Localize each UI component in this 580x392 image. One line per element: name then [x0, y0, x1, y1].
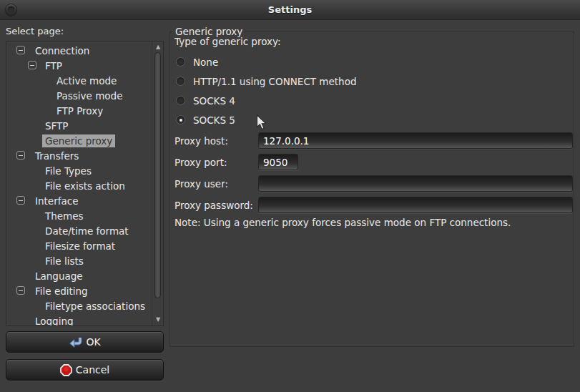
tree-item-date-time-format[interactable]: Date/time format — [6, 223, 152, 238]
tree-item-interface[interactable]: Interface — [6, 193, 152, 208]
tree-rows: Connection FTP Active mode Passive mode … — [6, 43, 152, 326]
expander-minus-icon[interactable] — [16, 286, 25, 295]
proxy-type-radio-group: None HTTP/1.1 using CONNECT method SOCKS… — [176, 52, 357, 129]
proxy-password-input[interactable] — [258, 197, 573, 213]
scrollbar-down-icon[interactable]: ▼ — [152, 315, 164, 325]
cancel-button[interactable]: Cancel — [6, 359, 164, 381]
form-field-row: Proxy port: — [170, 154, 574, 171]
field-label: Proxy host: — [175, 135, 228, 147]
ok-button[interactable]: OK — [6, 331, 164, 353]
stop-icon — [60, 364, 72, 376]
tree-item-transfers[interactable]: Transfers — [6, 148, 152, 163]
field-label: Proxy user: — [175, 178, 228, 190]
radio-socks5[interactable]: SOCKS 5 — [176, 110, 357, 129]
scrollbar-thumb[interactable] — [154, 52, 161, 298]
form-field-row: Proxy password: — [170, 197, 574, 214]
tree-item-logging[interactable]: Logging — [6, 313, 152, 326]
radio-none[interactable]: None — [176, 52, 357, 72]
field-label: Proxy password: — [175, 200, 253, 211]
radio-icon[interactable] — [176, 57, 185, 67]
tree-item-themes[interactable]: Themes — [6, 208, 152, 223]
generic-proxy-groupbox: Generic proxy Type of generic proxy: Non… — [169, 31, 574, 347]
proxy-port-input[interactable] — [258, 154, 298, 170]
expander-minus-icon[interactable] — [16, 46, 25, 54]
radio-icon[interactable] — [176, 96, 185, 105]
radio-socks4[interactable]: SOCKS 4 — [176, 91, 357, 110]
form-field-row: Proxy host: — [170, 132, 574, 150]
proxy-fields: Proxy host: Proxy port: Proxy user: Prox… — [170, 132, 574, 218]
cancel-button-label: Cancel — [76, 364, 109, 376]
radio-http-connect[interactable]: HTTP/1.1 using CONNECT method — [176, 72, 357, 91]
proxy-note: Note: Using a generic proxy forces passi… — [175, 217, 511, 228]
tree-item-file-lists[interactable]: File lists — [6, 253, 152, 268]
titlebar: Settings — [0, 0, 580, 20]
tree-item-file-exists-action[interactable]: File exists action — [6, 178, 152, 193]
tree-item-file-types[interactable]: File Types — [6, 163, 152, 178]
tree-item-ftp-proxy[interactable]: FTP Proxy — [6, 103, 152, 118]
tree-item-filesize-format[interactable]: Filesize format — [6, 238, 152, 253]
settings-dialog: { "window": { "title": "Settings" }, "si… — [0, 0, 580, 392]
proxy-user-input[interactable] — [258, 175, 573, 192]
settings-page-tree: Connection FTP Active mode Passive mode … — [6, 41, 164, 326]
select-page-label: Select page: — [6, 26, 64, 36]
window-title: Settings — [0, 0, 580, 20]
tree-item-filetype-associations[interactable]: Filetype associations — [6, 298, 152, 313]
tree-item-sftp[interactable]: SFTP — [6, 118, 152, 133]
tree-item-language[interactable]: Language — [6, 268, 152, 283]
tree-item-active-mode[interactable]: Active mode — [6, 73, 152, 88]
field-label: Proxy port: — [175, 157, 227, 168]
radio-icon[interactable] — [176, 77, 185, 86]
proxy-host-input[interactable] — [258, 132, 573, 149]
tree-scrollbar[interactable]: ▲ ▼ — [152, 41, 163, 325]
tree-item-generic-proxy[interactable]: Generic proxy — [6, 133, 152, 148]
expander-minus-icon[interactable] — [16, 196, 25, 205]
tree-item-connection[interactable]: Connection — [6, 43, 152, 58]
ok-button-label: OK — [86, 336, 100, 348]
proxy-type-label: Type of generic proxy: — [175, 36, 281, 47]
radio-icon[interactable] — [176, 115, 185, 124]
tree-item-passive-mode[interactable]: Passive mode — [6, 88, 152, 103]
tree-item-file-editing[interactable]: File editing — [6, 283, 152, 298]
tree-item-ftp[interactable]: FTP — [6, 58, 152, 73]
expander-minus-icon[interactable] — [16, 151, 25, 160]
expander-minus-icon[interactable] — [28, 61, 36, 69]
scrollbar-up-icon[interactable]: ▲ — [152, 42, 164, 52]
enter-arrow-icon — [69, 337, 82, 348]
form-field-row: Proxy user: — [170, 175, 574, 192]
